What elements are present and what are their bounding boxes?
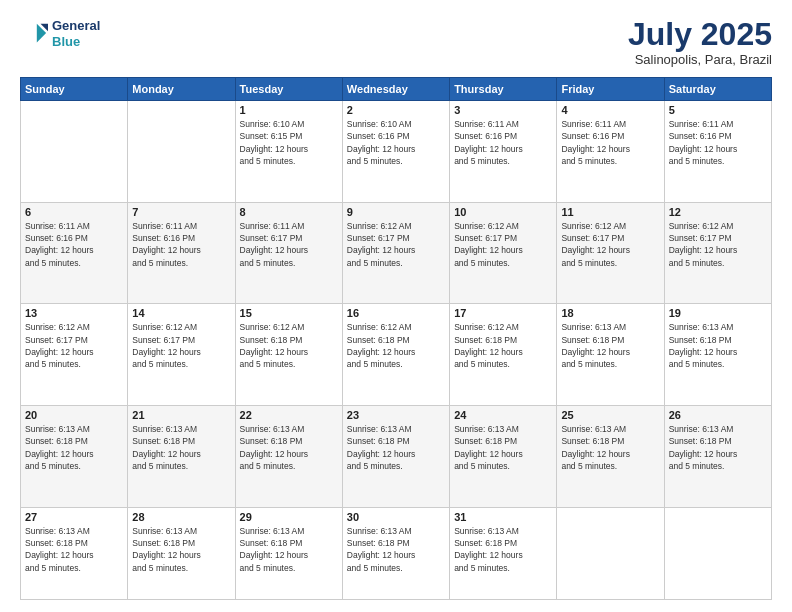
day-info: Sunrise: 6:11 AM Sunset: 6:17 PM Dayligh… xyxy=(240,220,338,269)
weekday-header-wednesday: Wednesday xyxy=(342,78,449,101)
calendar-cell: 27Sunrise: 6:13 AM Sunset: 6:18 PM Dayli… xyxy=(21,507,128,599)
day-number: 14 xyxy=(132,307,230,319)
calendar-cell: 14Sunrise: 6:12 AM Sunset: 6:17 PM Dayli… xyxy=(128,304,235,406)
day-info: Sunrise: 6:11 AM Sunset: 6:16 PM Dayligh… xyxy=(25,220,123,269)
day-info: Sunrise: 6:13 AM Sunset: 6:18 PM Dayligh… xyxy=(240,525,338,574)
calendar-cell: 23Sunrise: 6:13 AM Sunset: 6:18 PM Dayli… xyxy=(342,405,449,507)
day-number: 27 xyxy=(25,511,123,523)
day-info: Sunrise: 6:12 AM Sunset: 6:17 PM Dayligh… xyxy=(561,220,659,269)
day-number: 22 xyxy=(240,409,338,421)
day-info: Sunrise: 6:11 AM Sunset: 6:16 PM Dayligh… xyxy=(132,220,230,269)
calendar-cell: 17Sunrise: 6:12 AM Sunset: 6:18 PM Dayli… xyxy=(450,304,557,406)
weekday-header-saturday: Saturday xyxy=(664,78,771,101)
logo-icon xyxy=(20,20,48,48)
calendar-header-row: SundayMondayTuesdayWednesdayThursdayFrid… xyxy=(21,78,772,101)
day-number: 24 xyxy=(454,409,552,421)
calendar-cell xyxy=(128,101,235,203)
calendar-table: SundayMondayTuesdayWednesdayThursdayFrid… xyxy=(20,77,772,600)
title-month: July 2025 xyxy=(628,18,772,50)
calendar-cell xyxy=(557,507,664,599)
day-number: 10 xyxy=(454,206,552,218)
calendar-week-row: 1Sunrise: 6:10 AM Sunset: 6:15 PM Daylig… xyxy=(21,101,772,203)
day-number: 15 xyxy=(240,307,338,319)
calendar-cell: 2Sunrise: 6:10 AM Sunset: 6:16 PM Daylig… xyxy=(342,101,449,203)
calendar-week-row: 27Sunrise: 6:13 AM Sunset: 6:18 PM Dayli… xyxy=(21,507,772,599)
weekday-header-thursday: Thursday xyxy=(450,78,557,101)
logo-text: General Blue xyxy=(52,18,100,49)
day-info: Sunrise: 6:13 AM Sunset: 6:18 PM Dayligh… xyxy=(561,321,659,370)
day-number: 30 xyxy=(347,511,445,523)
calendar-cell xyxy=(21,101,128,203)
calendar-cell: 5Sunrise: 6:11 AM Sunset: 6:16 PM Daylig… xyxy=(664,101,771,203)
calendar-cell: 12Sunrise: 6:12 AM Sunset: 6:17 PM Dayli… xyxy=(664,202,771,304)
calendar-cell: 8Sunrise: 6:11 AM Sunset: 6:17 PM Daylig… xyxy=(235,202,342,304)
calendar-cell: 18Sunrise: 6:13 AM Sunset: 6:18 PM Dayli… xyxy=(557,304,664,406)
day-info: Sunrise: 6:12 AM Sunset: 6:17 PM Dayligh… xyxy=(25,321,123,370)
day-number: 25 xyxy=(561,409,659,421)
calendar-cell: 6Sunrise: 6:11 AM Sunset: 6:16 PM Daylig… xyxy=(21,202,128,304)
calendar-cell: 26Sunrise: 6:13 AM Sunset: 6:18 PM Dayli… xyxy=(664,405,771,507)
weekday-header-sunday: Sunday xyxy=(21,78,128,101)
day-info: Sunrise: 6:12 AM Sunset: 6:17 PM Dayligh… xyxy=(132,321,230,370)
day-number: 17 xyxy=(454,307,552,319)
calendar-cell: 9Sunrise: 6:12 AM Sunset: 6:17 PM Daylig… xyxy=(342,202,449,304)
day-number: 9 xyxy=(347,206,445,218)
day-info: Sunrise: 6:10 AM Sunset: 6:16 PM Dayligh… xyxy=(347,118,445,167)
title-block: July 2025 Salinopolis, Para, Brazil xyxy=(628,18,772,67)
day-info: Sunrise: 6:13 AM Sunset: 6:18 PM Dayligh… xyxy=(561,423,659,472)
weekday-header-friday: Friday xyxy=(557,78,664,101)
calendar-cell: 3Sunrise: 6:11 AM Sunset: 6:16 PM Daylig… xyxy=(450,101,557,203)
day-number: 12 xyxy=(669,206,767,218)
logo-line2: Blue xyxy=(52,34,80,49)
day-info: Sunrise: 6:13 AM Sunset: 6:18 PM Dayligh… xyxy=(669,321,767,370)
day-number: 3 xyxy=(454,104,552,116)
calendar-week-row: 6Sunrise: 6:11 AM Sunset: 6:16 PM Daylig… xyxy=(21,202,772,304)
weekday-header-tuesday: Tuesday xyxy=(235,78,342,101)
calendar-cell: 30Sunrise: 6:13 AM Sunset: 6:18 PM Dayli… xyxy=(342,507,449,599)
day-number: 8 xyxy=(240,206,338,218)
day-number: 31 xyxy=(454,511,552,523)
calendar-cell: 1Sunrise: 6:10 AM Sunset: 6:15 PM Daylig… xyxy=(235,101,342,203)
calendar-week-row: 20Sunrise: 6:13 AM Sunset: 6:18 PM Dayli… xyxy=(21,405,772,507)
day-number: 4 xyxy=(561,104,659,116)
day-info: Sunrise: 6:13 AM Sunset: 6:18 PM Dayligh… xyxy=(240,423,338,472)
calendar-cell xyxy=(664,507,771,599)
title-location: Salinopolis, Para, Brazil xyxy=(628,52,772,67)
calendar-cell: 11Sunrise: 6:12 AM Sunset: 6:17 PM Dayli… xyxy=(557,202,664,304)
day-info: Sunrise: 6:13 AM Sunset: 6:18 PM Dayligh… xyxy=(347,525,445,574)
day-number: 18 xyxy=(561,307,659,319)
calendar-cell: 19Sunrise: 6:13 AM Sunset: 6:18 PM Dayli… xyxy=(664,304,771,406)
day-info: Sunrise: 6:13 AM Sunset: 6:18 PM Dayligh… xyxy=(454,525,552,574)
day-number: 11 xyxy=(561,206,659,218)
day-info: Sunrise: 6:10 AM Sunset: 6:15 PM Dayligh… xyxy=(240,118,338,167)
calendar-cell: 4Sunrise: 6:11 AM Sunset: 6:16 PM Daylig… xyxy=(557,101,664,203)
day-number: 16 xyxy=(347,307,445,319)
header: General Blue July 2025 Salinopolis, Para… xyxy=(20,18,772,67)
day-number: 19 xyxy=(669,307,767,319)
day-info: Sunrise: 6:11 AM Sunset: 6:16 PM Dayligh… xyxy=(669,118,767,167)
calendar-cell: 13Sunrise: 6:12 AM Sunset: 6:17 PM Dayli… xyxy=(21,304,128,406)
day-info: Sunrise: 6:13 AM Sunset: 6:18 PM Dayligh… xyxy=(25,525,123,574)
day-info: Sunrise: 6:12 AM Sunset: 6:18 PM Dayligh… xyxy=(454,321,552,370)
day-info: Sunrise: 6:12 AM Sunset: 6:17 PM Dayligh… xyxy=(669,220,767,269)
day-info: Sunrise: 6:12 AM Sunset: 6:18 PM Dayligh… xyxy=(347,321,445,370)
calendar-cell: 28Sunrise: 6:13 AM Sunset: 6:18 PM Dayli… xyxy=(128,507,235,599)
calendar-cell: 24Sunrise: 6:13 AM Sunset: 6:18 PM Dayli… xyxy=(450,405,557,507)
day-info: Sunrise: 6:11 AM Sunset: 6:16 PM Dayligh… xyxy=(561,118,659,167)
day-info: Sunrise: 6:13 AM Sunset: 6:18 PM Dayligh… xyxy=(25,423,123,472)
weekday-header-monday: Monday xyxy=(128,78,235,101)
day-info: Sunrise: 6:13 AM Sunset: 6:18 PM Dayligh… xyxy=(132,423,230,472)
day-number: 26 xyxy=(669,409,767,421)
day-number: 29 xyxy=(240,511,338,523)
day-number: 13 xyxy=(25,307,123,319)
day-info: Sunrise: 6:12 AM Sunset: 6:17 PM Dayligh… xyxy=(347,220,445,269)
day-info: Sunrise: 6:12 AM Sunset: 6:17 PM Dayligh… xyxy=(454,220,552,269)
day-number: 20 xyxy=(25,409,123,421)
calendar-cell: 22Sunrise: 6:13 AM Sunset: 6:18 PM Dayli… xyxy=(235,405,342,507)
day-number: 5 xyxy=(669,104,767,116)
day-info: Sunrise: 6:13 AM Sunset: 6:18 PM Dayligh… xyxy=(669,423,767,472)
day-number: 1 xyxy=(240,104,338,116)
day-number: 21 xyxy=(132,409,230,421)
calendar-cell: 25Sunrise: 6:13 AM Sunset: 6:18 PM Dayli… xyxy=(557,405,664,507)
day-number: 28 xyxy=(132,511,230,523)
